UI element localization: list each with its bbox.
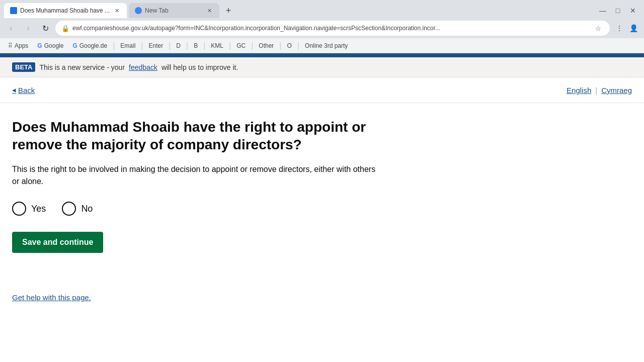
tab-label: Does Muhammad Shoaib have ... <box>20 7 110 14</box>
tab-favicon <box>10 7 17 14</box>
close-button[interactable]: ✕ <box>626 4 640 18</box>
question-description: This is the right to be involved in maki… <box>12 163 380 188</box>
address-bar-row: ‹ › ↻ 🔒 ewf.companieshouse.gov.uk/autopa… <box>0 18 644 38</box>
bookmark-separator-6: | <box>228 41 231 50</box>
bookmark-star-icon[interactable]: ☆ <box>593 23 604 34</box>
profile-icon[interactable]: 👤 <box>627 22 640 35</box>
bookmark-gc[interactable]: GC <box>232 41 250 50</box>
back-button[interactable]: ‹ <box>4 21 18 35</box>
bookmark-google-de[interactable]: G Google.de <box>68 41 111 50</box>
new-tab-button[interactable]: + <box>221 4 235 18</box>
beta-banner: BETA This is a new service - your feedba… <box>0 57 644 77</box>
beta-suffix: will help us to improve it. <box>162 63 238 71</box>
main-body: Does Muhammad Shoaib have the right to a… <box>0 103 392 322</box>
feedback-link[interactable]: feedback <box>129 63 157 71</box>
bookmark-b[interactable]: B <box>190 41 202 50</box>
main-nav: ◂ Back English | Cymraeg <box>0 77 644 103</box>
help-link[interactable]: Get help with this page. <box>12 293 91 302</box>
lang-switcher: English | Cymraeg <box>567 86 632 95</box>
title-bar: Does Muhammad Shoaib have ... ✕ New Tab … <box>0 0 644 18</box>
no-label: No <box>81 204 93 214</box>
question-heading: Does Muhammad Shoaib have the right to a… <box>12 118 380 153</box>
active-tab[interactable]: Does Muhammad Shoaib have ... ✕ <box>4 3 127 18</box>
minimize-button[interactable]: — <box>596 4 610 18</box>
bookmark-separator-4: | <box>186 41 189 50</box>
back-link[interactable]: ◂ Back <box>12 85 35 95</box>
address-url: ewf.companieshouse.gov.uk/autopage?form=… <box>72 25 590 32</box>
browser-chrome: Does Muhammad Shoaib have ... ✕ New Tab … <box>0 0 644 362</box>
lang-divider: | <box>595 86 597 95</box>
bookmark-d[interactable]: D <box>172 41 185 50</box>
browser-ext-icons: ⋮ 👤 <box>613 22 640 35</box>
inactive-tab[interactable]: New Tab ✕ <box>129 3 219 18</box>
bookmark-other[interactable]: Other <box>255 41 278 50</box>
address-bar-icons: ☆ <box>593 23 604 34</box>
maximize-button[interactable]: □ <box>611 4 625 18</box>
bookmark-google[interactable]: G Google <box>33 41 67 50</box>
window-controls: — □ ✕ <box>596 4 640 18</box>
bookmark-enter[interactable]: Enter <box>144 41 167 50</box>
address-bar[interactable]: 🔒 ewf.companieshouse.gov.uk/autopage?for… <box>55 21 610 36</box>
bookmark-separator-3: | <box>168 41 171 50</box>
google-icon: G <box>37 42 42 49</box>
bookmark-email[interactable]: Email <box>116 41 139 50</box>
yes-label: Yes <box>31 204 46 214</box>
apps-grid-icon: ⠿ <box>8 42 13 49</box>
bookmark-separator-9: | <box>297 41 300 50</box>
beta-message: This is a new service - your <box>39 63 125 71</box>
save-continue-button[interactable]: Save and continue <box>12 232 103 253</box>
newtab-favicon <box>135 7 142 14</box>
english-lang-link[interactable]: English <box>567 86 591 95</box>
refresh-button[interactable]: ↻ <box>38 21 52 35</box>
bookmarks-bar: ⠿ Apps G Google G Google.de | Email | En… <box>0 38 644 53</box>
bookmark-separator-1: | <box>112 41 115 50</box>
radio-group: Yes No <box>12 202 380 216</box>
bookmark-separator-7: | <box>251 41 254 50</box>
no-option[interactable]: No <box>62 202 93 216</box>
blue-header-bar <box>0 53 644 57</box>
bookmark-separator-5: | <box>203 41 206 50</box>
newtab-close-button[interactable]: ✕ <box>205 7 213 15</box>
bookmark-separator-8: | <box>279 41 282 50</box>
bookmark-apps[interactable]: ⠿ Apps <box>4 41 32 50</box>
bookmark-online-3rd-party[interactable]: Online 3rd party <box>301 41 352 50</box>
no-radio[interactable] <box>62 202 76 216</box>
yes-option[interactable]: Yes <box>12 202 46 216</box>
extensions-icon[interactable]: ⋮ <box>613 22 626 35</box>
cymraeg-lang-link[interactable]: Cymraeg <box>601 86 632 95</box>
tab-close-button[interactable]: ✕ <box>113 7 121 15</box>
beta-badge: BETA <box>12 62 35 72</box>
newtab-label: New Tab <box>145 7 202 14</box>
page-content: BETA This is a new service - your feedba… <box>0 53 644 362</box>
bookmark-separator-2: | <box>140 41 143 50</box>
forward-button[interactable]: › <box>21 21 35 35</box>
bookmark-kml[interactable]: KML <box>207 41 227 50</box>
lock-icon: 🔒 <box>61 25 69 32</box>
bookmark-o[interactable]: O <box>283 41 295 50</box>
back-arrow-icon: ◂ <box>12 85 16 95</box>
yes-radio[interactable] <box>12 202 26 216</box>
google-de-icon: G <box>72 42 77 49</box>
